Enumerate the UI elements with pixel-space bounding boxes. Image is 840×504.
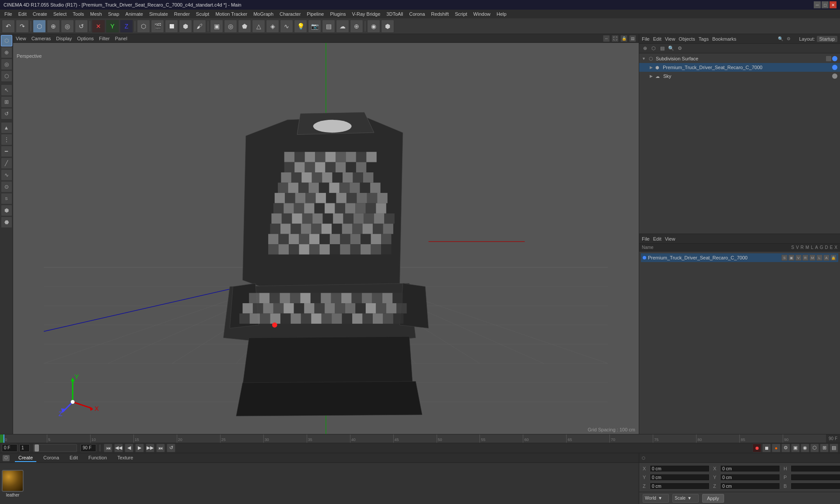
pb-to-end[interactable]: ⏭ — [156, 444, 165, 452]
max-frame-field[interactable] — [80, 444, 96, 452]
scene-toolbar-btn2[interactable]: ⬡ — [650, 45, 658, 52]
timeline-ruler[interactable]: 0 5 10 15 20 25 30 35 40 45 50 55 60 65 … — [4, 434, 826, 443]
attr-icon-a[interactable]: A — [823, 255, 830, 261]
toolbar-null[interactable]: ⊕ — [350, 20, 363, 33]
pb-key[interactable]: ▣ — [791, 444, 800, 452]
timeline-playhead[interactable] — [4, 434, 4, 443]
menu-item-pipeline[interactable]: Pipeline — [304, 10, 326, 18]
coord-system-dropdown[interactable]: World ▼ — [643, 494, 669, 503]
scene-toolbar-btn5[interactable]: ⚙ — [676, 45, 684, 52]
btab-function[interactable]: Function — [85, 454, 110, 462]
coord-yr-input[interactable] — [720, 474, 780, 481]
toolbar-redo[interactable]: ↷ — [16, 20, 29, 33]
scene-item-subdivision[interactable]: ▼ ⬡ Subdivision Surface — [639, 54, 840, 63]
toolbar-sphere[interactable]: ◎ — [224, 20, 237, 33]
pb-dots[interactable]: ⬡ — [810, 444, 819, 452]
tool-paint2[interactable]: ⬣ — [1, 217, 12, 228]
attr-menu-edit[interactable]: Edit — [653, 236, 662, 242]
scene-menu-file[interactable]: File — [642, 36, 650, 42]
coord-x-input[interactable] — [650, 465, 710, 472]
toolbar-material[interactable]: ◉ — [367, 20, 380, 33]
pb-loop[interactable]: ↺ — [167, 444, 175, 452]
pb-prev-key[interactable]: ◀◀ — [114, 444, 123, 452]
menu-item-edit[interactable]: Edit — [16, 10, 29, 18]
tool-spline2[interactable]: ∿ — [1, 169, 12, 181]
btab-create[interactable]: Create — [15, 454, 36, 462]
toolbar-torus[interactable]: ◈ — [266, 20, 279, 33]
viewport-menu-cameras[interactable]: Cameras — [32, 36, 51, 41]
toolbar-sky[interactable]: ☁ — [336, 20, 349, 33]
scene-toolbar-btn1[interactable]: ⊕ — [641, 45, 649, 52]
viewport-expand-btn[interactable]: ↔ — [603, 35, 610, 42]
toolbar-z[interactable]: Z — [120, 20, 133, 33]
attr-icon-m[interactable]: M — [809, 255, 816, 261]
viewport-menu-view[interactable]: View — [16, 36, 26, 41]
scale-dropdown[interactable]: Scale ▼ — [672, 494, 699, 503]
viewport-menu-panel[interactable]: Panel — [115, 36, 127, 41]
menu-item-plugins[interactable]: Plugins — [327, 10, 348, 18]
coord-y-input[interactable] — [650, 474, 710, 481]
toolbar-renderall[interactable]: ⬢ — [179, 20, 192, 33]
tool-s[interactable]: S — [1, 193, 12, 204]
menu-item-window[interactable]: Window — [471, 10, 493, 18]
toolbar-spline[interactable]: ∿ — [280, 20, 293, 33]
menu-item-mesh[interactable]: Mesh — [88, 10, 105, 18]
pb-to-start[interactable]: ⏮ — [104, 444, 112, 452]
menu-item-character[interactable]: Character — [277, 10, 303, 18]
attr-icon-lock[interactable]: 🔒 — [830, 255, 836, 261]
attr-menu-view[interactable]: View — [665, 236, 676, 242]
pb-play-back[interactable]: ◀ — [125, 444, 133, 452]
frame-slider[interactable] — [33, 444, 77, 452]
toolbar-select[interactable]: ⬡ — [33, 20, 46, 33]
pb-auto-key[interactable]: ◉ — [801, 444, 809, 452]
menu-item-3dtoall[interactable]: 3DToAll — [384, 10, 406, 18]
viewport-menu-filter[interactable]: Filter — [99, 36, 109, 41]
toolbar-anim[interactable]: 🎬 — [151, 20, 164, 33]
scene-menu-objects[interactable]: Objects — [679, 36, 695, 42]
toolbar-light[interactable]: 💡 — [294, 20, 307, 33]
menu-item-sculpt[interactable]: Sculpt — [193, 10, 212, 18]
tool-knife[interactable]: ⋮ — [1, 134, 12, 145]
menu-item-snap[interactable]: Snap — [105, 10, 122, 18]
coord-xr-input[interactable] — [720, 465, 780, 472]
pb-play-fwd[interactable]: ▶ — [135, 444, 144, 452]
toolbar-y[interactable]: Y — [106, 20, 119, 33]
tool-select-point[interactable]: ⊕ — [1, 47, 12, 58]
menu-item-select[interactable]: Select — [51, 10, 70, 18]
tool-brush[interactable]: ⬢ — [1, 205, 12, 216]
menu-item-help[interactable]: Help — [494, 10, 509, 18]
scene-menu-edit[interactable]: Edit — [653, 36, 662, 42]
toolbar-render[interactable]: 🔲 — [165, 20, 178, 33]
menu-item-simulate[interactable]: Simulate — [147, 10, 171, 18]
menu-item-tools[interactable]: Tools — [70, 10, 87, 18]
scene-panel-settings[interactable]: ⚙ — [785, 35, 792, 42]
tool-extrude[interactable]: ━ — [1, 146, 12, 157]
menu-item-render[interactable]: Render — [172, 10, 192, 18]
toolbar-paint[interactable]: 🖌 — [193, 20, 206, 33]
scene-item-sky[interactable]: ▶ ☁ Sky — [639, 72, 840, 80]
viewport-canvas[interactable]: Y X Z Grid Spacing : 100 cm Perspective — [13, 43, 639, 434]
scene-panel-search[interactable]: 🔍 — [777, 35, 784, 42]
pb-snap[interactable]: ⚙ — [781, 444, 790, 452]
viewport-menu-options[interactable]: Options — [77, 36, 94, 41]
apply-button[interactable]: Apply — [702, 494, 724, 503]
coord-z-input[interactable] — [650, 483, 710, 490]
viewport-menu-btn[interactable]: ▤ — [629, 35, 636, 42]
attr-icon-r[interactable]: R — [802, 255, 808, 261]
attr-item-mesh[interactable]: Premium_Truck_Driver_Seat_Recaro_C_7000 … — [641, 253, 838, 262]
tool-move[interactable]: ↖ — [1, 84, 12, 96]
tool-polygon[interactable]: ▲ — [1, 122, 12, 133]
toolbar-cube[interactable]: ▣ — [210, 20, 223, 33]
viewport[interactable]: View Cameras Display Options Filter Pane… — [13, 34, 639, 434]
menu-item-motion tracker[interactable]: Motion Tracker — [213, 10, 250, 18]
minimize-button[interactable]: ─ — [814, 1, 821, 8]
toolbar-cone[interactable]: △ — [252, 20, 265, 33]
menu-item-script[interactable]: Script — [452, 10, 470, 18]
frame-step-field[interactable] — [19, 444, 30, 452]
timeline[interactable]: 0 5 10 15 20 25 30 35 40 45 50 55 60 65 … — [0, 434, 840, 443]
pb-next-key[interactable]: ▶▶ — [146, 444, 154, 452]
attr-menu-file[interactable]: File — [642, 236, 650, 242]
scene-menu-view[interactable]: View — [665, 36, 676, 42]
viewport-fullscreen-btn[interactable]: ⛶ — [612, 35, 619, 42]
maximize-button[interactable]: □ — [822, 1, 829, 8]
